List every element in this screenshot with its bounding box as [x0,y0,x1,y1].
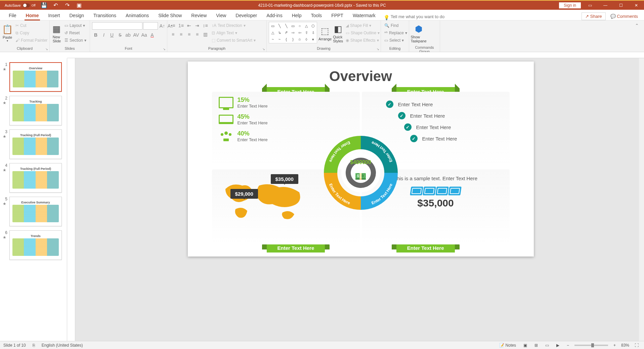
comments-button[interactable]: 💬 Comments [610,14,638,19]
slide-canvas-area[interactable]: Overview Enter Text Here Enter Text Here… [67,58,644,341]
char-spacing-icon[interactable]: AV [132,31,140,39]
minimize-icon[interactable]: — [598,1,613,10]
font-color-icon[interactable]: A [148,31,156,39]
slide-thumbnail-6[interactable]: Trends [9,230,62,260]
notes-button[interactable]: 📝 Notes [497,343,518,348]
font-size-input[interactable] [143,22,158,30]
clipboard-launcher-icon[interactable]: ↘ [45,47,48,51]
slide-position[interactable]: Slide 1 of 10 [3,343,26,348]
slide[interactable]: Overview Enter Text Here Enter Text Here… [188,62,534,257]
metric-percent[interactable]: 40% [238,130,268,137]
shadow-icon[interactable]: ab [124,31,132,39]
zoom-slider[interactable] [574,345,608,346]
shape-effects-button[interactable]: ◉ Shape Effects ▾ [344,37,381,44]
quick-styles-button[interactable]: ◧Quick Styles [333,22,343,45]
reset-button[interactable]: ↺ Reset [63,29,88,37]
replace-button[interactable]: ᵃᵇ Replace ▾ [383,29,409,37]
align-text-button[interactable]: ⊡ Align Text ▾ [210,29,257,37]
align-center-icon[interactable]: ≡ [177,31,185,38]
metric-subtext[interactable]: Enter Text Here [238,104,268,109]
align-right-icon[interactable]: ≡ [185,31,193,38]
slide-thumbnail-3[interactable]: Tracking (Full Period) [9,129,62,159]
spell-check-icon[interactable]: ⎘ [33,343,35,348]
redo-icon[interactable]: ↷ [62,1,73,10]
shape-outline-button[interactable]: ▭ Shape Outline ▾ [344,29,381,37]
tell-me-input[interactable] [389,13,457,20]
slide-title[interactable]: Overview [188,68,534,84]
tab-insert[interactable]: Insert [43,11,65,20]
zoom-out-icon[interactable]: − [565,343,571,348]
maximize-icon[interactable]: ☐ [613,1,629,10]
ribbon-display-icon[interactable]: ▭ [582,1,598,10]
checklist-label[interactable]: Enter Text Here [422,136,457,142]
grow-font-icon[interactable]: A↑ [159,22,166,30]
slideshow-view-icon[interactable]: ▶ [554,343,561,348]
checklist-label[interactable]: Enter Text Here [410,113,445,119]
undo-icon[interactable]: ↶ [50,1,61,10]
metric-percent[interactable]: 45% [238,113,268,120]
bold-icon[interactable]: B [92,31,99,39]
reading-view-icon[interactable]: ▭ [543,343,551,348]
tab-home[interactable]: Home [21,11,44,20]
cut-button[interactable]: ✂ Cut [14,22,49,29]
tab-developer[interactable]: Developer [231,11,262,20]
tab-tools[interactable]: Tools [306,11,327,20]
vertical-scrollbar[interactable] [639,58,644,341]
fit-to-window-icon[interactable]: ⛶ [633,343,641,348]
slide-sorter-icon[interactable]: ⊞ [532,343,540,348]
italic-icon[interactable]: I [100,31,108,39]
section-button[interactable]: ☰ Section ▾ [63,37,88,44]
checklist-label[interactable]: Enter Text Here [416,124,451,130]
show-taskpane-button[interactable]: ⬢Show Taskpane [411,22,426,45]
align-left-icon[interactable]: ≡ [169,31,177,38]
slide-thumbnail-1[interactable]: Overview [9,62,62,92]
metric-subtext[interactable]: Enter Text Here [238,120,268,125]
convert-smartart-button[interactable]: ⬚ Convert to SmartArt ▾ [210,37,257,44]
present-from-start-icon[interactable]: ▣ [74,1,85,10]
paragraph-launcher-icon[interactable]: ↘ [262,47,265,51]
tab-transitions[interactable]: Transitions [89,11,121,20]
format-painter-button[interactable]: 🖌 Format Painter [14,37,49,44]
slide-thumbnail-2[interactable]: Tracking [9,96,62,125]
map-callout-2[interactable]: $35,000 [271,174,298,184]
map-callout-1[interactable]: $29,000 [230,189,258,199]
sign-in-button[interactable]: Sign in [559,2,581,8]
zoom-level[interactable]: 83% [621,343,629,348]
justify-icon[interactable]: ≡ [194,31,201,38]
ribbon-footer-2[interactable]: Enter Text Here [396,243,455,253]
zoom-in-icon[interactable]: + [611,343,618,348]
tab-animations[interactable]: Animations [121,11,154,20]
tab-addins[interactable]: Add-ins [262,11,287,20]
slide-thumbnails-panel[interactable]: 1★Overview 2★Tracking 3★Tracking (Full P… [0,58,67,341]
new-slide-button[interactable]: ▦New Slide [52,22,62,45]
slide-thumbnail-4[interactable]: Tracking (Full Period) [9,163,62,193]
numbering-icon[interactable]: 1≡ [177,22,185,29]
columns-icon[interactable]: ▥ [202,31,209,38]
font-family-input[interactable] [92,22,142,30]
donut-center-value[interactable]: $400000 [314,159,408,165]
tab-file[interactable]: File [4,11,21,20]
font-launcher-icon[interactable]: ↘ [163,47,166,51]
donut-chart[interactable]: Enter Text Here Enter Text Here Enter Te… [314,126,408,220]
text-direction-button[interactable]: ↕A Text Direction ▾ [210,22,257,29]
tab-review[interactable]: Review [186,11,211,20]
language-indicator[interactable]: English (United States) [42,343,83,348]
metric-subtext[interactable]: Enter Text Here [238,137,268,142]
select-button[interactable]: ▭ Select ▾ [383,37,409,44]
change-case-icon[interactable]: Aa [140,31,148,39]
strikethrough-icon[interactable]: S̶ [116,31,124,39]
drawing-launcher-icon[interactable]: ↘ [377,47,379,51]
tab-help[interactable]: Help [287,11,306,20]
normal-view-icon[interactable]: ▣ [521,343,529,348]
arrange-button[interactable]: ⬚Arrange [318,22,332,45]
tab-view[interactable]: View [211,11,231,20]
copy-button[interactable]: ⧉ Copy [14,29,49,37]
line-spacing-icon[interactable]: ↕≡ [202,22,209,29]
shape-fill-button[interactable]: ◢ Shape Fill ▾ [344,22,381,29]
increase-indent-icon[interactable]: ⇥ [194,22,201,29]
ribbon-footer-1[interactable]: Enter Text Here [267,243,325,253]
find-button[interactable]: 🔍 Find [383,22,409,29]
underline-icon[interactable]: U [108,31,116,39]
close-icon[interactable]: ✕ [629,1,644,10]
decrease-indent-icon[interactable]: ⇤ [185,22,193,29]
